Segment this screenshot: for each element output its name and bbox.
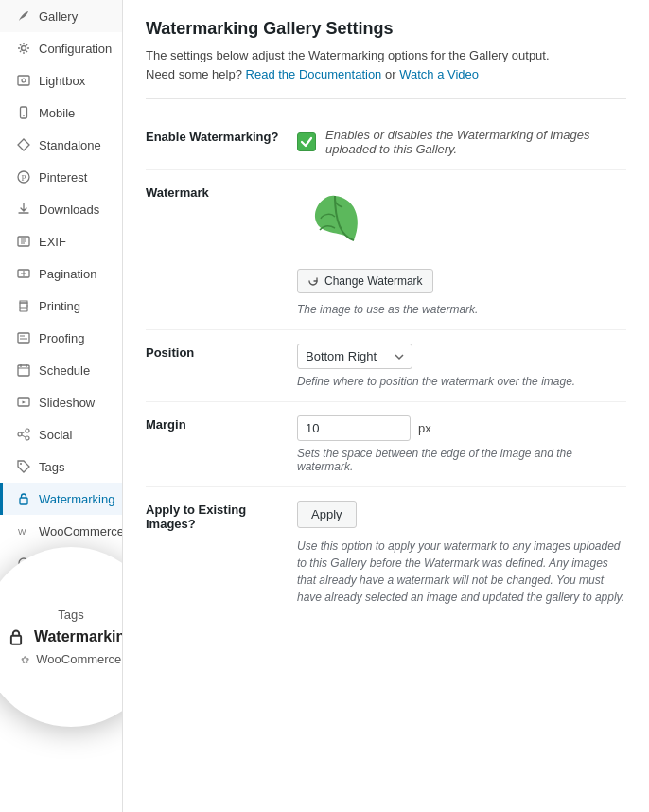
lock-icon <box>16 491 31 506</box>
margin-input[interactable] <box>297 415 411 441</box>
lightbox-icon <box>16 73 31 88</box>
sidebar-item-pinterest[interactable]: P Pinterest <box>0 161 122 193</box>
margin-row: px <box>297 415 626 441</box>
spotlight-overlay: Tags Watermarking ✿ WooCommerce <box>0 547 123 727</box>
spotlight-lock-icon <box>8 627 25 646</box>
sidebar-item-label: Schedule <box>39 363 90 378</box>
svg-point-12 <box>26 305 27 306</box>
svg-point-4 <box>23 115 24 116</box>
apply-label: Apply to Existing Images? <box>146 501 297 531</box>
page-title: Watermarking Gallery Settings <box>146 19 626 39</box>
sidebar-item-label: Pinterest <box>39 170 87 185</box>
apply-description: Use this option to apply your watermark … <box>297 538 626 606</box>
main-content: Watermarking Gallery Settings The settin… <box>123 0 649 812</box>
printing-icon <box>16 298 31 313</box>
sidebar-item-standalone[interactable]: Standalone <box>0 129 122 161</box>
sidebar-item-configuration[interactable]: Configuration <box>0 32 122 64</box>
social-icon <box>16 427 31 442</box>
svg-text:P: P <box>22 173 26 183</box>
sidebar-item-label: Social <box>39 428 72 442</box>
sidebar-item-pagination[interactable]: Pagination <box>0 257 122 290</box>
sidebar-item-mobile[interactable]: Mobile <box>0 97 122 129</box>
sidebar-item-downloads[interactable]: Downloads <box>0 193 122 225</box>
sidebar: Gallery Configuration Lightbox Mobile St… <box>0 0 123 812</box>
watermark-hint: The image to use as the watermark. <box>297 303 626 316</box>
watermark-label: Watermark <box>146 184 297 200</box>
change-watermark-button[interactable]: Change Watermark <box>297 269 433 293</box>
sidebar-item-schedule[interactable]: Schedule <box>0 354 122 386</box>
enable-description: Enables or disables the Watermarking of … <box>325 128 626 156</box>
sidebar-item-slideshow[interactable]: Slideshow <box>0 386 122 418</box>
svg-rect-11 <box>20 301 27 303</box>
enable-checkbox[interactable] <box>297 132 316 151</box>
svg-text:W: W <box>18 527 26 537</box>
woo-small-icon: ✿ <box>21 654 29 665</box>
svg-rect-10 <box>20 308 27 311</box>
schedule-icon <box>16 362 31 378</box>
apply-button[interactable]: Apply <box>297 501 357 528</box>
sidebar-item-label: Mobile <box>39 106 75 120</box>
svg-point-19 <box>26 436 29 440</box>
margin-unit: px <box>418 421 431 435</box>
svg-point-20 <box>20 463 22 465</box>
sidebar-item-label: WooCommerce <box>39 524 123 538</box>
position-label: Position <box>146 344 297 360</box>
diamond-icon <box>16 137 31 152</box>
watermark-leaf <box>297 184 373 259</box>
section-divider <box>146 98 626 99</box>
sidebar-item-gallery[interactable]: Gallery <box>0 0 122 32</box>
sidebar-item-label: EXIF <box>39 235 66 249</box>
sidebar-item-social[interactable]: Social <box>0 418 122 450</box>
margin-label: Margin <box>146 415 297 432</box>
spotlight-watermarking-label: Watermarking <box>34 628 123 645</box>
page-description: The settings below adjust the Watermarki… <box>146 46 626 83</box>
sidebar-item-label: Standalone <box>39 138 101 152</box>
enable-label: Enable Watermarking? <box>146 128 297 144</box>
svg-rect-21 <box>20 498 27 504</box>
sidebar-item-exif[interactable]: EXIF <box>0 225 122 257</box>
sidebar-item-label: Tags <box>39 460 64 474</box>
settings-row-position: Position Bottom Right Top Left Top Cente… <box>146 330 626 402</box>
position-select[interactable]: Bottom Right Top Left Top Center Top Rig… <box>297 344 412 369</box>
sidebar-item-label: Slideshow <box>39 396 95 410</box>
sidebar-item-proofing[interactable]: Proofing <box>0 322 122 354</box>
position-control: Bottom Right Top Left Top Center Top Rig… <box>297 344 626 388</box>
sidebar-item-label: Printing <box>39 299 80 313</box>
proofing-icon <box>16 330 31 345</box>
svg-point-18 <box>26 429 29 432</box>
sidebar-item-label: Lightbox <box>39 74 85 88</box>
sidebar-item-label: Watermarking <box>39 492 114 506</box>
pagination-icon <box>16 266 31 281</box>
margin-hint: Sets the space between the edge of the i… <box>297 447 626 473</box>
doc-link[interactable]: Read the Documentation <box>246 67 382 81</box>
spotlight-tags-label: Tags <box>58 608 83 622</box>
svg-marker-16 <box>23 401 26 404</box>
sidebar-item-watermarking[interactable]: Watermarking <box>0 483 122 515</box>
spotlight-watermarking: Watermarking <box>8 627 123 646</box>
svg-point-0 <box>22 46 26 51</box>
exif-icon <box>16 234 31 249</box>
enable-row: Enables or disables the Watermarking of … <box>297 128 626 156</box>
gear-icon <box>16 41 31 56</box>
refresh-icon <box>307 275 319 287</box>
sidebar-item-woocommerce[interactable]: W WooCommerce <box>0 515 122 547</box>
enable-control: Enables or disables the Watermarking of … <box>297 128 626 156</box>
downloads-icon <box>16 202 31 217</box>
apply-control: Apply Use this option to apply your wate… <box>297 501 626 606</box>
sidebar-item-label: Configuration <box>39 42 112 56</box>
position-hint: Define where to position the watermark o… <box>297 375 626 388</box>
sidebar-item-lightbox[interactable]: Lightbox <box>0 64 122 97</box>
svg-rect-14 <box>18 365 29 376</box>
margin-control: px Sets the space between the edge of th… <box>297 415 626 473</box>
settings-row-watermark: Watermark <box>146 170 626 330</box>
mobile-icon <box>16 105 31 120</box>
spotlight-woocommerce-label: ✿ WooCommerce <box>21 652 122 666</box>
watermark-image-area: Change Watermark <box>297 184 626 293</box>
leaf-icon <box>16 9 31 24</box>
video-link[interactable]: Watch a Video <box>399 67 479 81</box>
sidebar-item-printing[interactable]: Printing <box>0 290 122 322</box>
sidebar-item-tags[interactable]: Tags <box>0 450 122 483</box>
watermark-control: Change Watermark The image to use as the… <box>297 184 626 316</box>
svg-rect-1 <box>18 76 29 85</box>
svg-rect-13 <box>18 333 29 343</box>
